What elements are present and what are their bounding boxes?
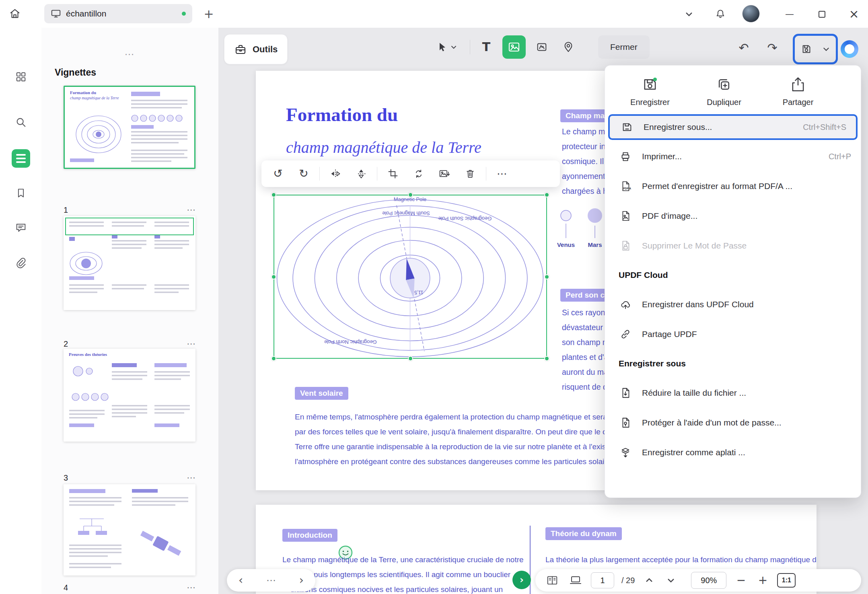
close-button[interactable]: ×	[845, 5, 863, 23]
more-options-button[interactable]: ⋯	[490, 164, 514, 184]
menu-item-label: Imprimer...	[642, 152, 682, 161]
close-edit-mode-button[interactable]: Fermer	[598, 35, 650, 59]
thumb4-more-button[interactable]: ⋯	[187, 583, 195, 592]
menu-item-updf-share[interactable]: Partage UPDF	[605, 319, 861, 349]
document-tab[interactable]: échantillon	[44, 4, 192, 23]
text-tool-button[interactable]: T	[476, 37, 497, 58]
menu-item-pdfa[interactable]: PDF/A Permet d'enregistrer au format PDF…	[605, 171, 861, 201]
flip-horizontal-button[interactable]	[323, 164, 348, 184]
menu-section-enregistrer-sous: Enregistrer sous	[605, 349, 861, 378]
doc-badge-introduction: Introduction	[282, 529, 337, 542]
menu-action-duplicate[interactable]: Dupliquer	[689, 76, 759, 107]
resize-handle-nw[interactable]	[271, 192, 276, 197]
rail-comments-button[interactable]	[12, 218, 30, 237]
menu-item-save-updf-cloud[interactable]: Enregistrer dans UPDF Cloud	[605, 290, 861, 319]
tools-button[interactable]: Outils	[224, 34, 288, 64]
maximize-button[interactable]	[812, 5, 831, 23]
avatar[interactable]	[742, 5, 760, 23]
location-tool-button[interactable]	[558, 37, 579, 58]
flatten-icon	[619, 446, 631, 458]
replace-image-button[interactable]	[406, 164, 431, 184]
menu-shortcut: Ctrl+Shift+S	[803, 123, 846, 132]
rail-apps-button[interactable]	[12, 68, 30, 86]
resize-handle-w[interactable]	[271, 274, 276, 280]
menu-action-label: Partager	[783, 98, 814, 107]
thumbnail-page-3[interactable]: Preuves des théories	[64, 349, 195, 442]
menu-item-protect-password[interactable]: Protéger à l'aide d'un mot de passe...	[605, 408, 861, 438]
toolbar-divider	[470, 40, 470, 54]
menu-item-label: Enregistrer comme aplati ...	[642, 448, 745, 457]
titlebar: échantillon + — ×	[0, 0, 868, 28]
printer-icon	[619, 150, 631, 162]
panel-drag-handle[interactable]: ⋯	[106, 49, 154, 60]
resize-handle-s[interactable]	[408, 356, 413, 361]
save-dropdown-toggle[interactable]	[818, 36, 834, 62]
panel-title: Vignettes	[55, 67, 96, 78]
rail-thumbnails-button[interactable]	[12, 149, 30, 168]
home-button[interactable]	[6, 4, 24, 23]
thumbnail-page-2[interactable]	[64, 216, 195, 310]
rail-search-button[interactable]	[12, 113, 30, 132]
new-tab-button[interactable]: +	[200, 5, 218, 23]
previous-page-button[interactable]	[642, 573, 656, 588]
extract-image-button[interactable]	[432, 164, 457, 184]
thumbnail-page-4[interactable]	[64, 484, 195, 576]
signature-card-icon	[536, 41, 548, 53]
select-tool-button[interactable]	[430, 37, 464, 58]
image-icon	[508, 41, 520, 53]
menu-item-pdf-image[interactable]: PDF d'image...	[605, 201, 861, 231]
redo-button[interactable]: ↷	[763, 39, 782, 57]
menu-action-share[interactable]: Partager	[763, 76, 833, 107]
doc-badge-champ: Champ ma	[560, 109, 610, 122]
menu-item-reduce-size[interactable]: Réduire la taille du fichier ...	[605, 378, 861, 408]
page-layout-button[interactable]	[544, 572, 560, 588]
menu-item-label: Enregistrer dans UPDF Cloud	[642, 300, 754, 309]
rail-bookmarks-button[interactable]	[12, 184, 30, 202]
page-number-input[interactable]: 1	[591, 572, 614, 588]
resize-handle-e[interactable]	[544, 274, 549, 280]
next-page-button[interactable]: ›	[299, 575, 304, 586]
menu-item-save-as[interactable]: Enregistrer sous... Ctrl+Shift+S	[608, 114, 858, 140]
delete-image-button[interactable]	[458, 164, 483, 184]
undo-button[interactable]: ↶	[734, 39, 753, 57]
toolbox-icon	[234, 43, 247, 56]
crop-button[interactable]	[381, 164, 405, 184]
thumb3-more-button[interactable]: ⋯	[187, 473, 195, 482]
resize-handle-ne[interactable]	[544, 192, 549, 197]
selected-image[interactable]: Magnetic Pole South Magnetic Pole Geogra…	[274, 195, 547, 359]
actual-size-button[interactable]: 1:1	[777, 573, 796, 588]
menu-item-print[interactable]: Imprimer... Ctrl+P	[605, 142, 861, 171]
flip-vertical-button[interactable]	[349, 164, 374, 184]
prev-page-button[interactable]: ‹	[239, 575, 243, 586]
rail-attachments-button[interactable]	[12, 254, 30, 273]
zoom-out-button[interactable]: −	[734, 575, 748, 586]
save-button[interactable]	[795, 36, 818, 62]
minimize-button[interactable]: —	[780, 5, 799, 23]
menu-item-save-flattened[interactable]: Enregistrer comme aplati ...	[605, 438, 861, 467]
pager-more-button[interactable]: ⋯	[266, 576, 276, 585]
zoom-level-display[interactable]: 90%	[691, 572, 726, 589]
resize-handle-n[interactable]	[408, 192, 413, 197]
resize-handle-se[interactable]	[544, 356, 549, 361]
image-tool-button-active[interactable]	[502, 35, 526, 59]
planet-label-venus: Venus	[557, 241, 575, 248]
presentation-mode-button[interactable]	[568, 572, 584, 588]
menu-section-updf-cloud: UPDF Cloud	[605, 261, 861, 290]
zoom-in-button[interactable]: +	[755, 575, 770, 586]
thumb1-more-button[interactable]: ⋯	[187, 206, 195, 214]
resize-handle-sw[interactable]	[271, 356, 276, 361]
notifications-button[interactable]	[711, 5, 730, 23]
protect-icon	[619, 417, 631, 429]
thumbnail-page-1[interactable]: Formation du champ magnétique de la Terr…	[64, 86, 195, 169]
ai-assistant-button[interactable]	[841, 40, 858, 58]
thumb2-more-button[interactable]: ⋯	[187, 339, 195, 348]
sign-tool-button[interactable]	[531, 37, 552, 58]
expand-statusbar-button[interactable]: ›	[512, 571, 531, 589]
rotate-right-button[interactable]: ↻	[291, 164, 316, 184]
menu-action-save[interactable]: Enregistrer	[615, 76, 685, 107]
tabs-dropdown-button[interactable]	[680, 5, 698, 23]
rotate-left-button[interactable]: ↺	[265, 164, 290, 184]
next-page-button-2[interactable]	[664, 573, 678, 588]
drag-dots-icon: ⋯	[125, 49, 136, 60]
toolbar-divider	[377, 167, 377, 181]
